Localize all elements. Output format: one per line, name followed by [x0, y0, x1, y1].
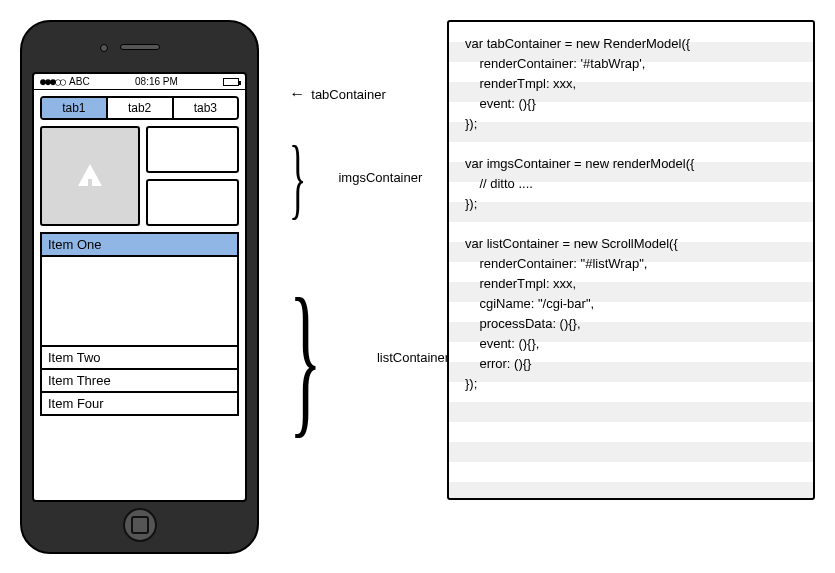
list-item[interactable]: Item Three	[40, 370, 239, 393]
annotation-label-list: listContainer	[377, 350, 449, 365]
code-line: renderContainer: "#listWrap",	[465, 254, 797, 274]
code-line: var listContainer = new ScrollModel({	[465, 234, 797, 254]
annotation-label-imgs: imgsContainer	[338, 170, 422, 185]
code-line: // ditto ....	[465, 174, 797, 194]
code-line: event: (){}	[465, 94, 797, 114]
phone-screen: ●●●○○ ABC 08:16 PM tab1tab2tab3	[32, 72, 247, 502]
code-line: });	[465, 114, 797, 134]
code-line: renderTmpl: xxx,	[465, 274, 797, 294]
code-line: renderTmpl: xxx,	[465, 74, 797, 94]
code-line: var imgsContainer = new renderModel({	[465, 154, 797, 174]
list-container: Item OneItem TwoItem ThreeItem Four	[40, 232, 239, 416]
list-item[interactable]: Item Four	[40, 393, 239, 416]
image-placeholder-small[interactable]	[146, 179, 239, 226]
code-line: error: (){}	[465, 354, 797, 374]
clock-label: 08:16 PM	[135, 76, 178, 87]
arrow-icon: ←	[289, 86, 305, 102]
list-item-body	[40, 257, 239, 347]
carrier-label: ABC	[69, 76, 90, 87]
battery-icon	[223, 78, 239, 86]
home-button[interactable]	[123, 508, 157, 542]
code-panel: var tabContainer = new RenderModel({ ren…	[447, 20, 815, 500]
imgs-container	[40, 126, 239, 226]
image-placeholder-large[interactable]	[40, 126, 140, 226]
tab-tab2[interactable]: tab2	[108, 98, 174, 118]
code-line: var tabContainer = new RenderModel({	[465, 34, 797, 54]
code-line: processData: (){},	[465, 314, 797, 334]
code-line: event: (){},	[465, 334, 797, 354]
list-item[interactable]: Item Two	[40, 347, 239, 370]
code-line: cgiName: "/cgi-bar",	[465, 294, 797, 314]
code-line: });	[465, 374, 797, 394]
status-bar: ●●●○○ ABC 08:16 PM	[34, 74, 245, 90]
code-line: });	[465, 194, 797, 214]
phone-frame: ●●●○○ ABC 08:16 PM tab1tab2tab3	[20, 20, 259, 554]
list-item[interactable]: Item One	[40, 232, 239, 257]
tab-container: tab1tab2tab3	[40, 96, 239, 120]
tab-tab1[interactable]: tab1	[42, 98, 108, 118]
svg-rect-1	[88, 179, 92, 186]
tab-tab3[interactable]: tab3	[174, 98, 238, 118]
annotation-label-tab: tabContainer	[311, 87, 385, 102]
signal-icon: ●●●○○	[40, 76, 65, 87]
picture-icon	[70, 156, 110, 196]
code-line: renderContainer: '#tabWrap',	[465, 54, 797, 74]
code-line	[465, 214, 797, 234]
code-line	[465, 134, 797, 154]
image-placeholder-small[interactable]	[146, 126, 239, 173]
